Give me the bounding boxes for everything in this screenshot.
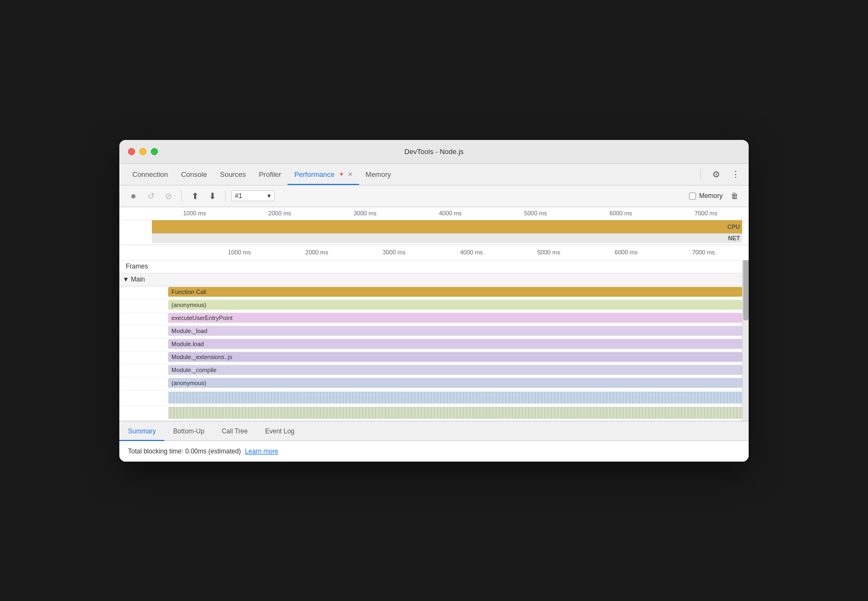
tick-7000: 7000 ms — [665, 249, 749, 255]
close-button[interactable] — [128, 148, 135, 155]
mini-ruler: 1000 ms 2000 ms 3000 ms 4000 ms 5000 ms … — [119, 207, 749, 220]
memory-checkbox[interactable] — [689, 193, 696, 200]
trace-scrollbar[interactable] — [742, 245, 749, 421]
flame-row-8 — [119, 391, 749, 406]
tick-5000: 5000 ms — [510, 249, 588, 255]
toolbar: ● ↺ ⊘ ⬆ ⬇ #1 ▾ Memory 🗑 — [119, 186, 749, 207]
performance-filter-icon: 🔻 — [338, 171, 344, 177]
devtools-window: DevTools - Node.js Connection Console So… — [119, 140, 749, 462]
frames-row: Frames — [119, 260, 749, 273]
trace-area[interactable]: 1000 ms 2000 ms 3000 ms 4000 ms 5000 ms … — [119, 245, 749, 421]
tick-1000: 1000 ms — [201, 249, 278, 255]
flame-row-1: (anonymous) — [119, 299, 749, 312]
execute-block[interactable]: executeUserEntryPoint — [168, 313, 742, 323]
upload-button[interactable]: ⬆ — [187, 188, 202, 203]
net-bar: NET — [152, 233, 742, 243]
trash-button[interactable]: 🗑 — [727, 188, 742, 203]
tab-connection[interactable]: Connection — [126, 163, 175, 185]
timeline-ruler: 1000 ms 2000 ms 3000 ms 4000 ms 5000 ms … — [119, 245, 749, 260]
anonymous-block-1[interactable]: (anonymous) — [168, 300, 742, 310]
flame-content-6[interactable]: Module._compile — [168, 365, 749, 377]
flame-row-0: Function Call — [119, 286, 749, 299]
net-label: NET — [728, 235, 740, 241]
module-compile-block[interactable]: Module._compile — [168, 365, 742, 375]
main-section-header[interactable]: ▼ Main — [119, 273, 749, 286]
reload-button[interactable]: ↺ — [143, 188, 158, 203]
flame-row-6: Module._compile — [119, 365, 749, 378]
tab-memory[interactable]: Memory — [359, 163, 398, 185]
memory-checkbox-label[interactable]: Memory — [689, 192, 723, 200]
tick-1000-mini: 1000 ms — [152, 210, 237, 216]
traffic-lights — [128, 148, 158, 155]
tick-6000-mini: 6000 ms — [578, 210, 663, 216]
tab-bar: Connection Console Sources Profiler Perf… — [119, 164, 749, 186]
minimize-button[interactable] — [139, 148, 146, 155]
flame-content-2[interactable]: executeUserEntryPoint — [168, 312, 749, 325]
flame-row-9 — [119, 406, 749, 421]
clear-button[interactable]: ⊘ — [161, 188, 176, 203]
anonymous-block-2[interactable]: (anonymous) — [168, 378, 742, 388]
pattern-block-1 — [168, 392, 742, 404]
tab-summary[interactable]: Summary — [119, 421, 164, 441]
window-title: DevTools - Node.js — [404, 148, 463, 156]
tick-2000-mini: 2000 ms — [237, 210, 322, 216]
flame-content-1[interactable]: (anonymous) — [168, 299, 749, 312]
module-ext-block[interactable]: Module._extensions..js — [168, 352, 742, 362]
flame-content-0[interactable]: Function Call — [168, 286, 749, 299]
frames-label: Frames — [123, 263, 171, 270]
learn-more-link[interactable]: Learn more — [245, 447, 278, 455]
tick-4000-mini: 4000 ms — [407, 210, 493, 216]
bottom-content: Total blocking time: 0.00ms (estimated) … — [119, 441, 749, 462]
tab-sources[interactable]: Sources — [213, 163, 252, 185]
tick-7000-mini: 7000 ms — [663, 210, 749, 216]
flame-content-5[interactable]: Module._extensions..js — [168, 351, 749, 364]
flame-content-4[interactable]: Module.load — [168, 338, 749, 351]
flame-row-3: Module._load — [119, 325, 749, 338]
main-label: ▼ Main — [123, 276, 171, 283]
tick-4000: 4000 ms — [433, 249, 510, 255]
tick-6000: 6000 ms — [588, 249, 665, 255]
cpu-bar: CPU — [152, 220, 742, 233]
record-button[interactable]: ● — [126, 188, 141, 203]
pattern-block-2 — [168, 407, 742, 419]
flame-content-8[interactable] — [168, 391, 749, 405]
tick-3000-mini: 3000 ms — [322, 210, 407, 216]
module-load2-block[interactable]: Module.load — [168, 339, 742, 349]
tick-5000-mini: 5000 ms — [493, 210, 578, 216]
divider — [700, 169, 701, 180]
flame-content-7[interactable]: (anonymous) — [168, 378, 749, 390]
tick-2000: 2000 ms — [278, 249, 356, 255]
flame-row-2: executeUserEntryPoint — [119, 312, 749, 325]
recording-selector[interactable]: #1 ▾ — [231, 190, 275, 201]
more-options-icon[interactable]: ⋮ — [729, 168, 742, 181]
tab-event-log[interactable]: Event Log — [257, 421, 303, 441]
toolbar-divider-1 — [181, 190, 182, 201]
scroll-thumb[interactable] — [743, 251, 749, 321]
flame-content-3[interactable]: Module._load — [168, 325, 749, 338]
settings-icon[interactable]: ⚙ — [710, 168, 723, 181]
timeline-container: 1000 ms 2000 ms 3000 ms 4000 ms 5000 ms … — [119, 207, 749, 421]
flame-content-9[interactable] — [168, 406, 749, 420]
function-call-block[interactable]: Function Call — [168, 287, 742, 297]
module-load-block[interactable]: Module._load — [168, 326, 742, 336]
performance-tab-close[interactable]: ✕ — [348, 171, 353, 178]
download-button[interactable]: ⬇ — [205, 188, 220, 203]
tab-console[interactable]: Console — [175, 163, 214, 185]
flame-row-4: Module.load — [119, 338, 749, 351]
title-bar: DevTools - Node.js — [119, 140, 749, 164]
blocking-time-text: Total blocking time: 0.00ms (estimated) — [128, 447, 241, 455]
flame-row-5: Module._extensions..js — [119, 351, 749, 365]
tab-bar-actions: ⚙ ⋮ — [698, 168, 742, 181]
tab-bottom-up[interactable]: Bottom-Up — [164, 421, 213, 441]
mini-timeline: 1000 ms 2000 ms 3000 ms 4000 ms 5000 ms … — [119, 207, 749, 245]
flame-row-7: (anonymous) — [119, 378, 749, 391]
toolbar-divider-2 — [225, 190, 226, 201]
bottom-tabs: Summary Bottom-Up Call Tree Event Log — [119, 421, 749, 441]
maximize-button[interactable] — [151, 148, 158, 155]
cpu-label: CPU — [727, 223, 740, 230]
dropdown-arrow-icon: ▾ — [267, 192, 271, 200]
tab-profiler[interactable]: Profiler — [252, 163, 288, 185]
tab-call-tree[interactable]: Call Tree — [213, 421, 257, 441]
tab-performance[interactable]: Performance 🔻 ✕ — [288, 163, 359, 185]
tick-3000: 3000 ms — [355, 249, 433, 255]
